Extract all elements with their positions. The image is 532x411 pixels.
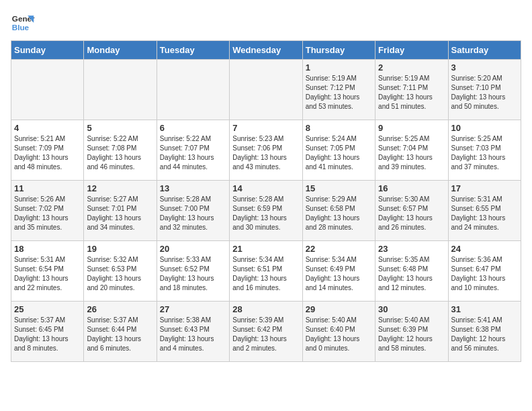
calendar-cell: 16Sunrise: 5:30 AM Sunset: 6:57 PM Dayli… (375, 181, 448, 241)
calendar-week-row: 1Sunrise: 5:19 AM Sunset: 7:12 PM Daylig… (11, 60, 521, 120)
day-info: Sunrise: 5:38 AM Sunset: 6:43 PM Dayligh… (160, 316, 226, 353)
day-number: 3 (451, 62, 518, 73)
day-number: 29 (306, 304, 372, 314)
day-number: 9 (378, 123, 445, 133)
day-number: 28 (232, 304, 299, 314)
calendar-cell: 23Sunrise: 5:35 AM Sunset: 6:48 PM Dayli… (375, 241, 448, 302)
day-number: 5 (87, 123, 153, 133)
day-number: 17 (451, 183, 518, 193)
calendar-cell: 7Sunrise: 5:23 AM Sunset: 7:06 PM Daylig… (230, 120, 302, 181)
day-info: Sunrise: 5:40 AM Sunset: 6:40 PM Dayligh… (306, 316, 372, 353)
calendar-cell: 31Sunrise: 5:41 AM Sunset: 6:38 PM Dayli… (448, 302, 521, 362)
calendar-cell: 5Sunrise: 5:22 AM Sunset: 7:08 PM Daylig… (84, 120, 157, 181)
calendar-cell: 8Sunrise: 5:24 AM Sunset: 7:05 PM Daylig… (302, 120, 375, 181)
calendar-week-row: 25Sunrise: 5:37 AM Sunset: 6:45 PM Dayli… (11, 302, 521, 362)
calendar-cell: 9Sunrise: 5:25 AM Sunset: 7:04 PM Daylig… (375, 120, 448, 181)
day-number: 30 (378, 304, 445, 314)
calendar-cell: 1Sunrise: 5:19 AM Sunset: 7:12 PM Daylig… (302, 60, 375, 120)
column-header-saturday: Saturday (448, 41, 521, 60)
calendar-cell: 30Sunrise: 5:40 AM Sunset: 6:39 PM Dayli… (375, 302, 448, 362)
day-info: Sunrise: 5:23 AM Sunset: 7:06 PM Dayligh… (232, 134, 299, 172)
calendar-cell: 26Sunrise: 5:37 AM Sunset: 6:44 PM Dayli… (84, 302, 157, 362)
calendar-cell: 10Sunrise: 5:25 AM Sunset: 7:03 PM Dayli… (448, 120, 521, 181)
day-info: Sunrise: 5:19 AM Sunset: 7:11 PM Dayligh… (378, 74, 445, 111)
calendar-cell: 13Sunrise: 5:28 AM Sunset: 7:00 PM Dayli… (157, 181, 229, 241)
day-number: 4 (14, 123, 81, 133)
column-header-friday: Friday (375, 41, 448, 60)
calendar-cell: 3Sunrise: 5:20 AM Sunset: 7:10 PM Daylig… (448, 60, 521, 120)
calendar-cell: 22Sunrise: 5:34 AM Sunset: 6:49 PM Dayli… (302, 241, 375, 302)
calendar-cell: 21Sunrise: 5:34 AM Sunset: 6:51 PM Dayli… (230, 241, 302, 302)
day-info: Sunrise: 5:31 AM Sunset: 6:55 PM Dayligh… (451, 195, 518, 232)
calendar-cell: 11Sunrise: 5:26 AM Sunset: 7:02 PM Dayli… (11, 181, 84, 241)
day-info: Sunrise: 5:21 AM Sunset: 7:09 PM Dayligh… (14, 134, 81, 172)
day-number: 13 (160, 183, 226, 193)
day-info: Sunrise: 5:41 AM Sunset: 6:38 PM Dayligh… (451, 316, 518, 353)
day-info: Sunrise: 5:26 AM Sunset: 7:02 PM Dayligh… (14, 195, 81, 232)
day-info: Sunrise: 5:37 AM Sunset: 6:44 PM Dayligh… (87, 316, 153, 353)
day-number: 24 (451, 244, 518, 254)
day-info: Sunrise: 5:37 AM Sunset: 6:45 PM Dayligh… (14, 316, 81, 353)
calendar-cell: 2Sunrise: 5:19 AM Sunset: 7:11 PM Daylig… (375, 60, 448, 120)
day-number: 14 (232, 183, 299, 193)
day-info: Sunrise: 5:28 AM Sunset: 7:00 PM Dayligh… (160, 195, 226, 232)
column-header-thursday: Thursday (302, 41, 375, 60)
calendar-cell (230, 60, 302, 120)
day-number: 7 (232, 123, 299, 133)
day-number: 22 (306, 244, 372, 254)
calendar-cell: 18Sunrise: 5:31 AM Sunset: 6:54 PM Dayli… (11, 241, 84, 302)
calendar-cell: 6Sunrise: 5:22 AM Sunset: 7:07 PM Daylig… (157, 120, 229, 181)
calendar-cell: 14Sunrise: 5:28 AM Sunset: 6:59 PM Dayli… (230, 181, 302, 241)
day-number: 21 (232, 244, 299, 254)
calendar-cell (157, 60, 229, 120)
calendar-cell: 27Sunrise: 5:38 AM Sunset: 6:43 PM Dayli… (157, 302, 229, 362)
calendar-cell: 4Sunrise: 5:21 AM Sunset: 7:09 PM Daylig… (11, 120, 84, 181)
day-info: Sunrise: 5:25 AM Sunset: 7:04 PM Dayligh… (378, 134, 445, 172)
svg-text:Blue: Blue (12, 23, 30, 32)
day-info: Sunrise: 5:36 AM Sunset: 6:47 PM Dayligh… (451, 255, 518, 293)
day-info: Sunrise: 5:33 AM Sunset: 6:52 PM Dayligh… (160, 255, 226, 293)
column-header-tuesday: Tuesday (157, 41, 229, 60)
day-info: Sunrise: 5:31 AM Sunset: 6:54 PM Dayligh… (14, 255, 81, 293)
day-info: Sunrise: 5:32 AM Sunset: 6:53 PM Dayligh… (87, 255, 153, 293)
calendar-week-row: 11Sunrise: 5:26 AM Sunset: 7:02 PM Dayli… (11, 181, 521, 241)
day-number: 31 (451, 304, 518, 314)
calendar-week-row: 4Sunrise: 5:21 AM Sunset: 7:09 PM Daylig… (11, 120, 521, 181)
day-number: 16 (378, 183, 445, 193)
day-number: 23 (378, 244, 445, 254)
calendar-cell (84, 60, 157, 120)
page-header: General Blue (11, 11, 521, 35)
day-info: Sunrise: 5:29 AM Sunset: 6:58 PM Dayligh… (306, 195, 372, 232)
calendar-cell: 12Sunrise: 5:27 AM Sunset: 7:01 PM Dayli… (84, 181, 157, 241)
column-header-wednesday: Wednesday (230, 41, 302, 60)
calendar-week-row: 18Sunrise: 5:31 AM Sunset: 6:54 PM Dayli… (11, 241, 521, 302)
calendar-cell: 24Sunrise: 5:36 AM Sunset: 6:47 PM Dayli… (448, 241, 521, 302)
day-info: Sunrise: 5:28 AM Sunset: 6:59 PM Dayligh… (232, 195, 299, 232)
calendar-cell: 20Sunrise: 5:33 AM Sunset: 6:52 PM Dayli… (157, 241, 229, 302)
day-info: Sunrise: 5:27 AM Sunset: 7:01 PM Dayligh… (87, 195, 153, 232)
calendar-cell: 17Sunrise: 5:31 AM Sunset: 6:55 PM Dayli… (448, 181, 521, 241)
day-number: 15 (306, 183, 372, 193)
day-info: Sunrise: 5:39 AM Sunset: 6:42 PM Dayligh… (232, 316, 299, 353)
day-info: Sunrise: 5:22 AM Sunset: 7:07 PM Dayligh… (160, 134, 226, 172)
day-number: 27 (160, 304, 226, 314)
calendar-cell: 28Sunrise: 5:39 AM Sunset: 6:42 PM Dayli… (230, 302, 302, 362)
day-info: Sunrise: 5:20 AM Sunset: 7:10 PM Dayligh… (451, 74, 518, 111)
day-number: 12 (87, 183, 153, 193)
day-info: Sunrise: 5:19 AM Sunset: 7:12 PM Dayligh… (306, 74, 372, 111)
day-number: 10 (451, 123, 518, 133)
day-info: Sunrise: 5:34 AM Sunset: 6:51 PM Dayligh… (232, 255, 299, 293)
day-number: 8 (306, 123, 372, 133)
day-info: Sunrise: 5:22 AM Sunset: 7:08 PM Dayligh… (87, 134, 153, 172)
day-number: 1 (306, 62, 372, 73)
day-info: Sunrise: 5:34 AM Sunset: 6:49 PM Dayligh… (306, 255, 372, 293)
day-number: 18 (14, 244, 81, 254)
calendar-table: SundayMondayTuesdayWednesdayThursdayFrid… (11, 40, 521, 362)
day-number: 26 (87, 304, 153, 314)
logo: General Blue (11, 11, 35, 35)
column-header-sunday: Sunday (11, 41, 84, 60)
day-number: 6 (160, 123, 226, 133)
day-info: Sunrise: 5:24 AM Sunset: 7:05 PM Dayligh… (306, 134, 372, 172)
day-number: 20 (160, 244, 226, 254)
calendar-cell (11, 60, 84, 120)
